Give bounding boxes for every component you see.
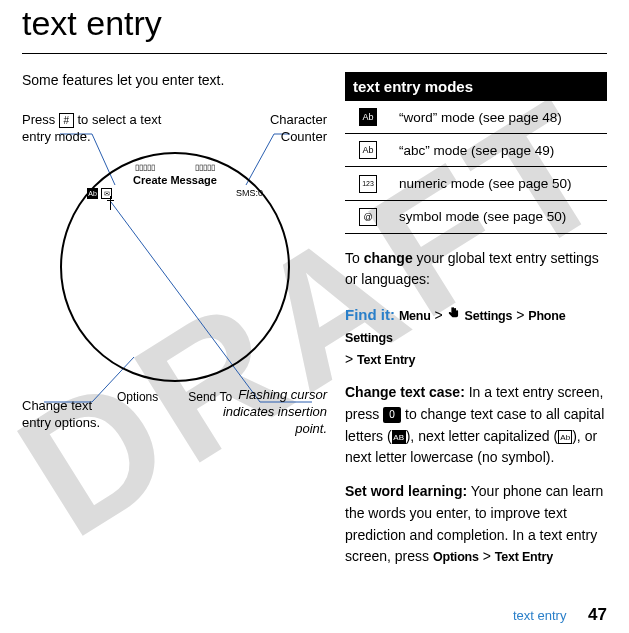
table-row: 123 numeric mode (see page 50) xyxy=(345,167,607,201)
find-it-label: Find it: xyxy=(345,306,395,323)
mode-desc: “word” mode (see page 48) xyxy=(391,101,607,134)
change-intro: To change your global text entry setting… xyxy=(345,248,607,291)
hand-icon xyxy=(447,305,461,327)
abc-mode-icon: Ab xyxy=(359,141,377,159)
zero-keycap: 0 xyxy=(383,407,401,423)
table-row: Ab “word” mode (see page 48) xyxy=(345,101,607,134)
intro-text: Some features let you enter text. xyxy=(22,72,327,88)
symbol-mode-icon: @ xyxy=(359,208,377,226)
mode-desc: “abc” mode (see page 49) xyxy=(391,134,607,167)
change-case-paragraph: Change text case: In a text entry screen… xyxy=(345,382,607,469)
mode-desc: numeric mode (see page 50) xyxy=(391,167,607,201)
modes-table: text entry modes Ab “word” mode (see pag… xyxy=(345,72,607,234)
word-mode-icon: Ab xyxy=(87,188,98,199)
footer-label: text entry xyxy=(513,608,566,623)
table-row: @ symbol mode (see page 50) xyxy=(345,200,607,233)
word-learning-paragraph: Set word learning: Your phone can learn … xyxy=(345,481,607,568)
text-cursor-cross xyxy=(107,200,114,201)
numeric-mode-icon: 123 xyxy=(359,175,377,193)
footer: text entry 47 xyxy=(513,605,607,625)
page-title: text entry xyxy=(22,4,607,43)
find-it-line: Find it: Menu > Settings > Phone Setting… xyxy=(345,303,607,371)
phone-diagram: Press # to select a text entry mode. Cha… xyxy=(22,112,327,432)
sms-counter: SMS:0 xyxy=(236,188,263,199)
table-row: Ab “abc” mode (see page 49) xyxy=(345,134,607,167)
cap-icon: Ab xyxy=(558,430,572,444)
annotation-top-left: Press # to select a text entry mode. xyxy=(22,112,162,146)
allcaps-icon: AB xyxy=(392,430,406,444)
annotation-top-right: Character Counter xyxy=(257,112,327,146)
page-number: 47 xyxy=(588,605,607,624)
signal-bars: ▯▯▯▯▯ ▯▯▯▯▯ xyxy=(87,164,263,172)
mode-desc: symbol mode (see page 50) xyxy=(391,200,607,233)
divider xyxy=(22,53,607,54)
word-mode-icon: Ab xyxy=(359,108,377,126)
softkey-left: Options xyxy=(117,390,158,404)
softkey-right: Send To xyxy=(188,390,232,404)
modes-header: text entry modes xyxy=(345,72,607,101)
hash-keycap: # xyxy=(59,113,74,128)
text-cursor xyxy=(110,196,111,210)
screen-title: Create Message xyxy=(87,174,263,186)
phone-screen: ▯▯▯▯▯ ▯▯▯▯▯ Create Message Ab ✉ SMS:0 xyxy=(87,164,263,199)
